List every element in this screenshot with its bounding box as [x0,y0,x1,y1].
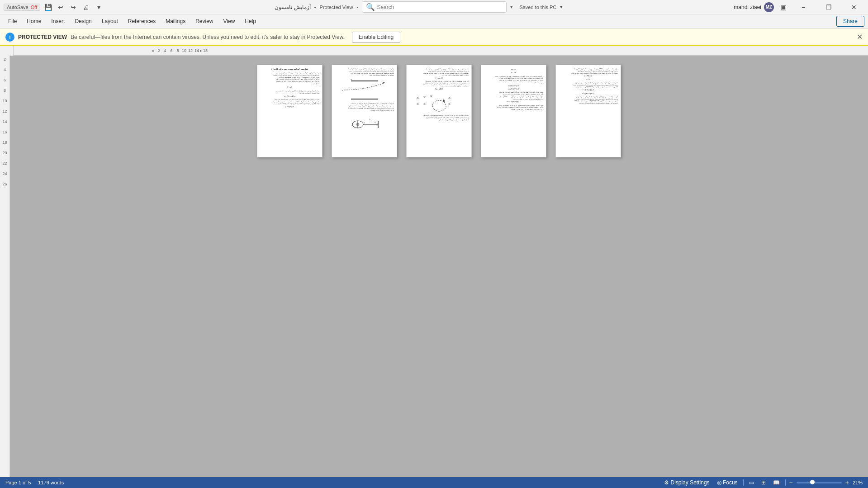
page-4[interactable]: a·B = 0 a = E/B در آزمایش تامسون از دو م… [481,65,546,157]
save-button[interactable]: 💾 [43,2,53,12]
zoom-out-button[interactable]: − [789,479,793,486]
svg-text:e⁻: e⁻ [342,89,343,91]
focus-icon: ◎ [717,479,721,486]
menu-references[interactable]: References [123,16,160,26]
v-ruler-tick: 26 [2,182,7,186]
menu-help[interactable]: Help [240,16,261,26]
svg-text:⊙: ⊙ [417,103,419,105]
page-5-content: برای محاسبه دقیق نسبت e/m از روش تامسون،… [556,65,621,157]
title-bar: AutoSave Off 💾 ↩ ↪ 🖨 ▾ آزمایش تامسون - P… [0,0,868,14]
svg-text:⊙: ⊙ [430,95,432,97]
page-5[interactable]: برای محاسبه دقیق نسبت e/m از روش تامسون،… [555,65,621,157]
svg-text:⊙: ⊙ [417,97,419,99]
page-1[interactable]: فصل سوم ( محاسبه مسیر و جهت حرکت الکترون… [257,65,323,157]
diagram-page2-2: θ [341,113,388,136]
pages-container: فصل سوم ( محاسبه مسیر و جهت حرکت الکترون… [257,65,621,157]
v-ruler-tick: 4 [4,68,6,72]
v-ruler-tick: 6 [4,78,6,82]
close-button[interactable]: ✕ [844,0,864,14]
ruler-tick: 6 [168,48,175,53]
v-ruler-tick: 8 [4,89,6,93]
menu-insert[interactable]: Insert [47,16,69,26]
ruler: ◂ 2 4 6 8 10 12 14 ▸ 18 [149,48,209,53]
menu-bar: File Home Insert Design Layout Reference… [0,14,868,28]
web-layout-button[interactable]: ⊞ [759,479,768,487]
print-layout-button[interactable]: ▭ [747,479,756,487]
protected-view-close-button[interactable]: ✕ [857,33,863,41]
document-canvas[interactable]: فصل سوم ( محاسبه مسیر و جهت حرکت الکترون… [10,56,868,477]
ruler-tick: 18 [202,48,209,53]
v-ruler-tick: 10 [2,99,7,103]
status-bar-left: Page 1 of 5 1179 words [5,480,64,485]
title-bar-center: آزمایش تامسون - Protected View - 🔍 ▾ Sav… [104,1,734,13]
ribbon: File Home Insert Design Layout Reference… [0,14,868,28]
menu-design[interactable]: Design [70,16,96,26]
document-title: آزمایش تامسون [275,4,310,10]
v-ruler-tick: 16 [2,130,7,134]
read-mode-button[interactable]: 📖 [771,479,782,487]
display-settings-button[interactable]: ⚙ Display Settings [662,479,711,487]
page-info: Page 1 of 5 [5,480,31,485]
ruler-tick: ◂ [149,48,156,53]
v-ruler-tick: 12 [2,109,7,114]
saved-status: Saved to this PC [519,5,556,10]
minimize-button[interactable]: − [793,0,814,14]
user-info: mahdi ziaei MZ [734,2,774,12]
print-button[interactable]: 🖨 [81,2,91,12]
customize-button[interactable]: ▾ [94,2,104,12]
v-ruler-tick: 20 [2,151,7,155]
share-button[interactable]: Share [836,16,864,27]
zoom-in-button[interactable]: + [845,479,849,486]
svg-text:⊙: ⊙ [448,103,451,105]
title-bar-right: mahdi ziaei MZ ▣ − ❐ ✕ [734,0,864,14]
svg-text:+: + [351,78,352,81]
vertical-ruler: 2 4 6 8 10 12 14 16 18 20 22 24 26 [0,56,10,477]
menu-review[interactable]: Review [191,16,218,26]
avatar: MZ [764,2,774,12]
status-bar-right: ⚙ Display Settings ◎ Focus ▭ ⊞ 📖 − + 21% [662,479,863,487]
page-4-content: a·B = 0 a = E/B در آزمایش تامسون از دو م… [481,65,546,157]
restore-button[interactable]: ❐ [818,0,839,14]
enable-editing-button[interactable]: Enable Editing [352,32,400,43]
ruler-area: ◂ 2 4 6 8 10 12 14 ▸ 18 [0,46,868,56]
svg-text:-: - [351,99,352,102]
protected-view-bar: i PROTECTED VIEW Be careful—files from t… [0,28,868,46]
search-box-wrap[interactable]: 🔍 [362,1,507,13]
page-2-content: در این قسمت می خواهیم نحوه انحراف اشعه ا… [332,65,397,157]
svg-text:θ: θ [363,122,365,124]
title-bar-left: AutoSave Off 💾 ↩ ↪ 🖨 ▾ [4,2,104,12]
svg-text:⊙: ⊙ [423,95,426,98]
redo-button[interactable]: ↪ [68,2,78,12]
ruler-tick: 8 [175,48,181,53]
menu-file[interactable]: File [4,16,21,26]
menu-mailings[interactable]: Mailings [161,16,190,26]
word-count: 1179 words [38,480,64,485]
ruler-tick: 14 [194,48,200,53]
menu-home[interactable]: Home [22,16,46,26]
ribbon-toggle-button[interactable]: ▣ [778,2,788,12]
svg-text:⊙: ⊙ [423,103,426,105]
page-1-content: فصل سوم ( محاسبه مسیر و جهت حرکت الکترون… [257,65,322,157]
page-2[interactable]: در این قسمت می خواهیم نحوه انحراف اشعه ا… [332,65,397,157]
ruler-tick: 4 [162,48,168,53]
v-ruler-tick: 24 [2,172,7,176]
menu-layout[interactable]: Layout [97,16,123,26]
svg-line-9 [369,119,378,124]
svg-text:⊙: ⊙ [448,97,451,99]
ruler-tick: 2 [156,48,162,53]
page-3[interactable]: در این بخش به بررسی نیروی مغناطیسی وارد … [406,65,472,157]
v-ruler-tick: 14 [2,120,7,124]
diagram-page3: e⁻ ⊙ ⊙ ⊙ ⊙ ⊙ ⊙ ⊙ [415,92,463,113]
menu-view[interactable]: View [219,16,240,26]
search-input[interactable] [377,4,503,10]
v-ruler-tick: 2 [4,57,6,62]
status-bar: Page 1 of 5 1179 words ⚙ Display Setting… [0,477,868,488]
zoom-slider[interactable] [797,482,842,483]
autosave-label[interactable]: AutoSave Off [4,4,40,11]
svg-text:e⁻: e⁻ [443,99,445,101]
undo-button[interactable]: ↩ [56,2,66,12]
zoom-slider-thumb [810,480,815,484]
ruler-tick: 12 [187,48,194,53]
focus-button[interactable]: ◎ Focus [715,479,740,487]
ruler-tick: 10 [181,48,187,53]
